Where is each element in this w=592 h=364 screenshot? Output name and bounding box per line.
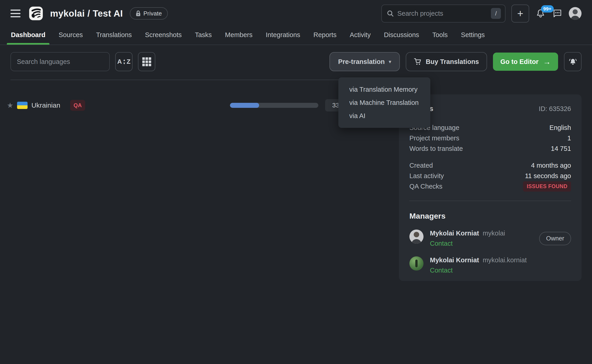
panel-divider — [409, 201, 571, 201]
detail-row: Last activity 11 seconds ago — [409, 171, 571, 181]
manager-name: Mykolai Korniat — [430, 256, 479, 264]
sort-az-icon: A▲▼Z — [117, 58, 130, 65]
translation-progress-bar — [230, 103, 318, 108]
search-projects-input[interactable] — [397, 10, 487, 17]
manager-username: mykolai — [483, 230, 505, 237]
arrow-right-icon: → — [543, 57, 551, 66]
manager-row: Mykolai Korniat mykolai Contact Owner — [409, 230, 571, 247]
manager-name: Mykolai Korniat — [430, 230, 479, 237]
buy-translations-button[interactable]: Buy Translations — [406, 52, 487, 71]
grid-view-button[interactable] — [138, 52, 155, 71]
page-title: mykolai / Test AI — [50, 8, 123, 19]
search-languages-input[interactable] — [17, 58, 103, 65]
tab-dashboard[interactable]: Dashboard — [10, 31, 46, 45]
owner-role-badge: Owner — [539, 232, 571, 245]
lock-icon — [136, 10, 141, 17]
hamburger-menu-icon[interactable] — [10, 10, 20, 17]
star-icon[interactable]: ★ — [7, 101, 13, 110]
detail-row: Project members 1 — [409, 133, 571, 143]
tab-integrations[interactable]: Integrations — [265, 31, 301, 45]
cart-icon — [414, 58, 422, 65]
tab-settings[interactable]: Settings — [460, 31, 485, 45]
manager-row: Mykolai Korniat mykolai.korniat Contact — [409, 256, 571, 274]
pretranslation-menu: via Translation Memory via Machine Trans… — [338, 77, 430, 128]
grid-icon — [142, 57, 151, 66]
chevron-down-icon: ▾ — [389, 59, 391, 64]
contact-link[interactable]: Contact — [430, 240, 453, 247]
messages-button[interactable] — [552, 7, 563, 20]
tab-tasks[interactable]: Tasks — [194, 31, 212, 45]
privacy-badge: Private — [130, 7, 168, 20]
subscribe-button[interactable] — [564, 52, 582, 71]
project-nav-tabs: Dashboard Sources Translations Screensho… — [0, 27, 592, 45]
project-id: ID: 635326 — [539, 105, 571, 113]
crowdin-logo[interactable] — [29, 6, 43, 21]
detail-row-qa-checks: QA Checks ISSUES FOUND — [409, 181, 571, 192]
tab-tools[interactable]: Tools — [432, 31, 448, 45]
tab-translations[interactable]: Translations — [96, 31, 132, 45]
bell-ring-icon — [568, 57, 578, 66]
tabbar-divider — [0, 45, 592, 45]
go-to-editor-button[interactable]: Go to Editor → — [493, 52, 558, 71]
notifications-button[interactable]: 99+ — [535, 7, 546, 20]
pretranslation-button[interactable]: Pre-translation ▾ — [329, 52, 400, 71]
language-search[interactable] — [10, 52, 110, 71]
manager-username: mykolai.korniat — [483, 256, 527, 264]
slash-shortcut-key: / — [491, 8, 501, 19]
project-search[interactable]: / — [381, 5, 506, 23]
tab-sources[interactable]: Sources — [58, 31, 83, 45]
qa-issues-badge[interactable]: QA — [70, 100, 85, 111]
detail-row: Created 4 months ago — [409, 160, 571, 171]
issues-found-badge[interactable]: ISSUES FOUND — [523, 181, 571, 192]
sort-button[interactable]: A▲▼Z — [115, 52, 133, 71]
managers-heading: Managers — [409, 212, 571, 221]
menu-item-via-machine-translation[interactable]: via Machine Translation — [338, 96, 430, 109]
chat-icon — [553, 9, 562, 18]
tab-screenshots[interactable]: Screenshots — [145, 31, 182, 45]
create-project-button[interactable]: + — [511, 5, 529, 23]
tab-members[interactable]: Members — [225, 31, 253, 45]
dashboard-toolbar: A▲▼Z Pre-translation ▾ Buy Translations … — [0, 52, 592, 71]
language-name[interactable]: Ukrainian — [31, 101, 60, 109]
manager-avatar — [409, 230, 424, 244]
menu-item-via-ai[interactable]: via AI — [338, 109, 430, 122]
search-icon — [387, 10, 394, 17]
ukraine-flag-icon — [17, 102, 27, 109]
tab-discussions[interactable]: Discussions — [383, 31, 420, 45]
contact-link[interactable]: Contact — [430, 267, 453, 274]
user-avatar[interactable] — [569, 7, 582, 20]
detail-row: Words to translate 14 751 — [409, 143, 571, 154]
tab-reports[interactable]: Reports — [313, 31, 337, 45]
tab-activity[interactable]: Activity — [349, 31, 371, 45]
top-header: mykolai / Test AI Private / + — [0, 0, 592, 27]
detail-row: Source language English — [409, 122, 571, 133]
menu-item-via-translation-memory[interactable]: via Translation Memory — [338, 83, 430, 96]
manager-avatar — [409, 256, 424, 271]
